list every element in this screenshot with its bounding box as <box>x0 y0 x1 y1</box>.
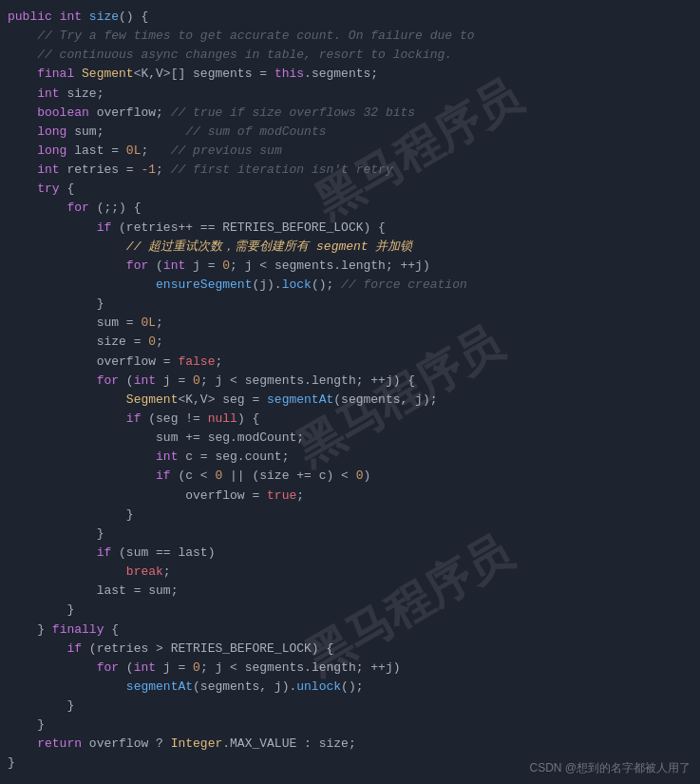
token-cm: // continuous async changes in table, re… <box>37 46 452 65</box>
table-row: // Try a few times to get accurate count… <box>0 27 700 46</box>
token-plain: ; <box>296 487 304 506</box>
indent-space <box>8 295 97 314</box>
token-plain: (j). <box>252 276 281 295</box>
token-nm: 0L <box>126 142 142 161</box>
indent-space <box>8 142 37 161</box>
token-plain: || (size += c) < <box>222 467 355 486</box>
table-row: break; <box>0 563 700 582</box>
token-nm: 0 <box>222 257 230 276</box>
token-brk: break <box>126 563 163 582</box>
token-plain: ( <box>148 257 163 276</box>
indent-space <box>8 123 37 142</box>
token-plain: sum = <box>97 314 142 333</box>
token-plain: (retries++ == RETRIES_BEFORE_LOCK) { <box>111 219 386 238</box>
token-kw: for <box>126 257 148 276</box>
table-row: } <box>0 601 700 620</box>
token-plain: ; <box>156 161 171 180</box>
token-plain: (c < <box>171 467 216 486</box>
table-row: } <box>0 525 700 544</box>
table-row: public int size() { <box>0 8 700 27</box>
token-cls: Integer <box>171 735 223 754</box>
token-kw: int <box>163 257 185 276</box>
token-kw: int <box>37 85 59 104</box>
footer-text: CSDN @想到的名字都被人用了 <box>520 755 700 781</box>
indent-space <box>8 180 37 199</box>
token-plain: ; <box>163 563 171 582</box>
token-plain: c = seg.count; <box>178 448 289 467</box>
token-plain: ) { <box>237 410 259 429</box>
token-nm: -1 <box>141 161 156 180</box>
token-cm: // previous sum <box>171 142 282 161</box>
token-plain: } <box>66 697 74 716</box>
token-kw: int <box>134 659 156 678</box>
token-kw: for <box>97 659 119 678</box>
token-fn: unlock <box>296 678 341 697</box>
indent-space <box>8 238 126 257</box>
indent-space <box>8 563 126 582</box>
table-row: for (;;) { <box>0 199 700 218</box>
table-row: if (seg != null) { <box>0 410 700 429</box>
token-plain: (retries > RETRIES_BEFORE_LOCK) { <box>82 640 333 659</box>
indent-space <box>8 735 37 754</box>
table-row: for (int j = 0; j < segments.length; ++j… <box>0 372 700 391</box>
table-row: return overflow ? Integer.MAX_VALUE : si… <box>0 735 700 754</box>
token-kw: if <box>156 467 171 486</box>
indent-space <box>8 448 156 467</box>
token-kw: int <box>37 161 59 180</box>
token-kw: int <box>134 372 156 391</box>
code-block: 黑马程序员 黑马程序员 黑马程序员 public int size() { //… <box>0 0 700 781</box>
indent-space <box>8 582 97 601</box>
token-kw: for <box>97 372 119 391</box>
token-plain: size; <box>60 85 104 104</box>
token-cls: Segment <box>82 65 134 84</box>
indent-space <box>8 467 156 486</box>
token-kw: int <box>156 448 178 467</box>
token-fn: ensureSegment <box>156 276 252 295</box>
indent-space <box>8 640 66 659</box>
table-row: sum += seg.modCount; <box>0 429 700 448</box>
table-row: last = sum; <box>0 582 700 601</box>
indent-space <box>8 487 185 506</box>
token-plain: sum += seg.modCount; <box>156 429 304 448</box>
token-plain: (segments, j); <box>333 391 437 410</box>
token-plain: ; <box>215 353 222 372</box>
token-kw: return <box>37 735 82 754</box>
token-fn: lock <box>282 276 312 295</box>
token-plain: overflow; <box>89 104 171 123</box>
table-row: long last = 0L; // previous sum <box>0 142 700 161</box>
token-plain: ( <box>119 372 134 391</box>
table-row: for (int j = 0; j < segments.length; ++j… <box>0 257 700 276</box>
token-plain: (); <box>312 276 341 295</box>
token-nm: 0 <box>148 333 156 352</box>
table-row: int retries = -1; // first iteration isn… <box>0 161 700 180</box>
token-plain: ; j < segments.length; ++j) <box>230 257 430 276</box>
token-nm: 0 <box>193 659 200 678</box>
token-plain: j = <box>156 659 193 678</box>
indent-space <box>8 353 97 372</box>
token-nm: 0 <box>356 467 364 486</box>
token-plain: ; <box>156 333 163 352</box>
indent-space <box>8 219 97 238</box>
table-row: long sum; // sum of modCounts <box>0 123 700 142</box>
table-row: } <box>0 697 700 716</box>
code-lines: public int size() { // Try a few times t… <box>0 8 700 774</box>
token-kw: final <box>37 65 74 84</box>
indent-space <box>8 410 126 429</box>
indent-space <box>8 333 97 352</box>
token-plain: ; <box>141 142 170 161</box>
token-plain: (segments, j). <box>193 678 296 697</box>
table-row: if (sum == last) <box>0 544 700 563</box>
token-plain: last = <box>66 142 125 161</box>
indent-space <box>8 621 37 640</box>
indent-space <box>8 65 37 84</box>
token-plain: } <box>97 525 104 544</box>
table-row: overflow = true; <box>0 487 700 506</box>
table-row: if (c < 0 || (size += c) < 0) <box>0 467 700 486</box>
token-fn: size <box>89 8 119 27</box>
token-fn: segmentAt <box>267 391 333 410</box>
token-plain: () { <box>119 8 148 27</box>
token-plain: } <box>37 621 52 640</box>
token-kw2: null <box>208 410 237 429</box>
token-plain: .MAX_VALUE : size; <box>222 735 355 754</box>
token-plain <box>74 65 82 84</box>
